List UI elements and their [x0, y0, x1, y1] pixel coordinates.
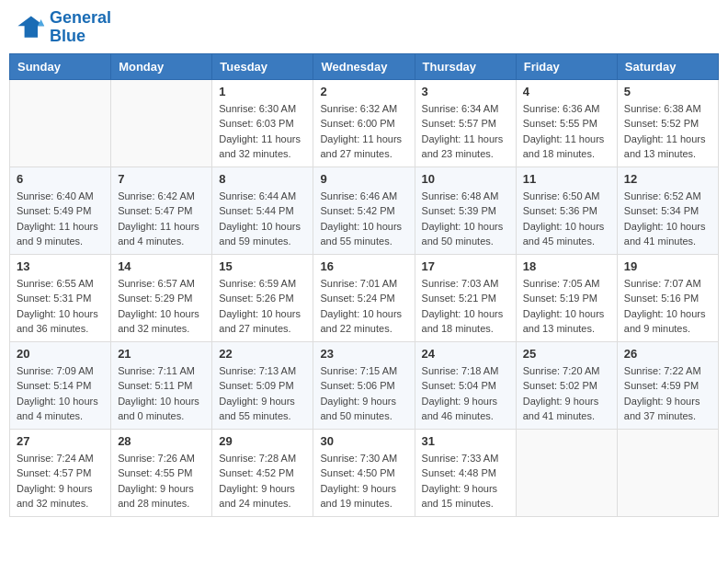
week-row-4: 20Sunrise: 7:09 AMSunset: 5:14 PMDayligh… — [10, 341, 719, 429]
weekday-header-tuesday: Tuesday — [212, 53, 313, 79]
calendar-cell: 22Sunrise: 7:13 AMSunset: 5:09 PMDayligh… — [212, 341, 313, 429]
calendar-cell: 4Sunrise: 6:36 AMSunset: 5:55 PMDaylight… — [516, 79, 617, 167]
day-number: 13 — [17, 259, 104, 273]
day-info: Sunrise: 7:03 AMSunset: 5:21 PMDaylight:… — [422, 276, 509, 337]
weekday-header-monday: Monday — [111, 53, 212, 79]
day-info: Sunrise: 7:33 AMSunset: 4:48 PMDaylight:… — [422, 451, 509, 511]
calendar-cell: 15Sunrise: 6:59 AMSunset: 5:26 PMDayligh… — [212, 254, 313, 341]
day-number: 17 — [422, 259, 509, 273]
calendar-cell: 6Sunrise: 6:40 AMSunset: 5:49 PMDaylight… — [10, 167, 111, 254]
day-number: 12 — [624, 172, 711, 186]
calendar-cell: 17Sunrise: 7:03 AMSunset: 5:21 PMDayligh… — [415, 254, 516, 341]
day-info: Sunrise: 7:28 AMSunset: 4:52 PMDaylight:… — [219, 451, 306, 511]
day-number: 18 — [523, 259, 610, 273]
day-number: 21 — [118, 347, 205, 361]
day-number: 27 — [17, 434, 104, 448]
day-number: 4 — [523, 85, 610, 98]
calendar-cell: 31Sunrise: 7:33 AMSunset: 4:48 PMDayligh… — [415, 429, 516, 516]
calendar-cell: 19Sunrise: 7:07 AMSunset: 5:16 PMDayligh… — [617, 254, 718, 341]
day-number: 29 — [219, 434, 306, 448]
weekday-header-friday: Friday — [516, 53, 617, 79]
day-number: 5 — [624, 85, 711, 98]
day-number: 24 — [422, 347, 509, 361]
day-info: Sunrise: 7:18 AMSunset: 5:04 PMDaylight:… — [422, 363, 509, 424]
logo-icon — [13, 11, 46, 44]
weekday-header-row: SundayMondayTuesdayWednesdayThursdayFrid… — [10, 53, 719, 79]
calendar-cell: 5Sunrise: 6:38 AMSunset: 5:52 PMDaylight… — [617, 79, 718, 167]
day-number: 9 — [320, 172, 407, 186]
day-info: Sunrise: 7:20 AMSunset: 5:02 PMDaylight:… — [523, 363, 610, 424]
day-number: 14 — [118, 259, 205, 273]
day-info: Sunrise: 7:15 AMSunset: 5:06 PMDaylight:… — [320, 363, 407, 424]
day-number: 8 — [219, 172, 306, 186]
day-info: Sunrise: 7:22 AMSunset: 4:59 PMDaylight:… — [624, 363, 711, 424]
day-number: 10 — [422, 172, 509, 186]
day-info: Sunrise: 7:09 AMSunset: 5:14 PMDaylight:… — [17, 363, 104, 424]
calendar-cell: 27Sunrise: 7:24 AMSunset: 4:57 PMDayligh… — [10, 429, 111, 516]
week-row-1: 1Sunrise: 6:30 AMSunset: 6:03 PMDaylight… — [10, 79, 719, 167]
day-number: 19 — [624, 259, 711, 273]
day-number: 22 — [219, 347, 306, 361]
day-info: Sunrise: 6:38 AMSunset: 5:52 PMDaylight:… — [624, 101, 711, 162]
day-info: Sunrise: 6:36 AMSunset: 5:55 PMDaylight:… — [523, 101, 610, 162]
calendar-cell — [516, 429, 617, 516]
day-info: Sunrise: 7:24 AMSunset: 4:57 PMDaylight:… — [17, 451, 104, 511]
day-number: 2 — [320, 85, 407, 98]
day-info: Sunrise: 7:30 AMSunset: 4:50 PMDaylight:… — [320, 451, 407, 511]
calendar-cell: 7Sunrise: 6:42 AMSunset: 5:47 PMDaylight… — [111, 167, 212, 254]
calendar-cell: 18Sunrise: 7:05 AMSunset: 5:19 PMDayligh… — [516, 254, 617, 341]
calendar-cell: 1Sunrise: 6:30 AMSunset: 6:03 PMDaylight… — [212, 79, 313, 167]
calendar-cell: 8Sunrise: 6:44 AMSunset: 5:44 PMDaylight… — [212, 167, 313, 254]
calendar-cell: 13Sunrise: 6:55 AMSunset: 5:31 PMDayligh… — [10, 254, 111, 341]
calendar-cell: 10Sunrise: 6:48 AMSunset: 5:39 PMDayligh… — [415, 167, 516, 254]
calendar-cell: 2Sunrise: 6:32 AMSunset: 6:00 PMDaylight… — [313, 79, 415, 167]
day-number: 6 — [17, 172, 104, 186]
calendar-cell: 20Sunrise: 7:09 AMSunset: 5:14 PMDayligh… — [10, 341, 111, 429]
day-number: 26 — [624, 347, 711, 361]
calendar-cell: 9Sunrise: 6:46 AMSunset: 5:42 PMDaylight… — [313, 167, 415, 254]
calendar-table: SundayMondayTuesdayWednesdayThursdayFrid… — [9, 53, 719, 517]
day-number: 1 — [219, 85, 306, 98]
svg-marker-0 — [17, 16, 44, 37]
day-info: Sunrise: 6:48 AMSunset: 5:39 PMDaylight:… — [422, 189, 509, 249]
day-info: Sunrise: 6:42 AMSunset: 5:47 PMDaylight:… — [118, 189, 205, 249]
day-number: 11 — [523, 172, 610, 186]
weekday-header-sunday: Sunday — [10, 53, 111, 79]
calendar-cell: 25Sunrise: 7:20 AMSunset: 5:02 PMDayligh… — [516, 341, 617, 429]
calendar-cell: 16Sunrise: 7:01 AMSunset: 5:24 PMDayligh… — [313, 254, 415, 341]
weekday-header-wednesday: Wednesday — [313, 53, 415, 79]
day-info: Sunrise: 6:57 AMSunset: 5:29 PMDaylight:… — [118, 276, 205, 337]
weekday-header-thursday: Thursday — [415, 53, 516, 79]
day-info: Sunrise: 6:59 AMSunset: 5:26 PMDaylight:… — [219, 276, 306, 337]
day-number: 28 — [118, 434, 205, 448]
logo-text: General Blue — [50, 9, 111, 46]
day-info: Sunrise: 7:01 AMSunset: 5:24 PMDaylight:… — [320, 276, 407, 337]
day-info: Sunrise: 6:46 AMSunset: 5:42 PMDaylight:… — [320, 189, 407, 249]
calendar-cell: 30Sunrise: 7:30 AMSunset: 4:50 PMDayligh… — [313, 429, 415, 516]
day-number: 30 — [320, 434, 407, 448]
day-info: Sunrise: 6:30 AMSunset: 6:03 PMDaylight:… — [219, 101, 306, 162]
calendar-cell — [10, 79, 111, 167]
page-header: General Blue — [9, 9, 719, 46]
day-info: Sunrise: 7:05 AMSunset: 5:19 PMDaylight:… — [523, 276, 610, 337]
day-number: 7 — [118, 172, 205, 186]
day-info: Sunrise: 6:55 AMSunset: 5:31 PMDaylight:… — [17, 276, 104, 337]
calendar-cell: 24Sunrise: 7:18 AMSunset: 5:04 PMDayligh… — [415, 341, 516, 429]
week-row-2: 6Sunrise: 6:40 AMSunset: 5:49 PMDaylight… — [10, 167, 719, 254]
day-number: 23 — [320, 347, 407, 361]
calendar-cell: 21Sunrise: 7:11 AMSunset: 5:11 PMDayligh… — [111, 341, 212, 429]
day-number: 3 — [422, 85, 509, 98]
calendar-cell: 29Sunrise: 7:28 AMSunset: 4:52 PMDayligh… — [212, 429, 313, 516]
day-info: Sunrise: 6:50 AMSunset: 5:36 PMDaylight:… — [523, 189, 610, 249]
calendar-cell: 23Sunrise: 7:15 AMSunset: 5:06 PMDayligh… — [313, 341, 415, 429]
calendar-cell: 3Sunrise: 6:34 AMSunset: 5:57 PMDaylight… — [415, 79, 516, 167]
day-info: Sunrise: 7:26 AMSunset: 4:55 PMDaylight:… — [118, 451, 205, 511]
day-info: Sunrise: 6:44 AMSunset: 5:44 PMDaylight:… — [219, 189, 306, 249]
calendar-cell: 28Sunrise: 7:26 AMSunset: 4:55 PMDayligh… — [111, 429, 212, 516]
day-info: Sunrise: 7:13 AMSunset: 5:09 PMDaylight:… — [219, 363, 306, 424]
day-info: Sunrise: 6:34 AMSunset: 5:57 PMDaylight:… — [422, 101, 509, 162]
calendar-cell — [111, 79, 212, 167]
day-info: Sunrise: 6:52 AMSunset: 5:34 PMDaylight:… — [624, 189, 711, 249]
calendar-cell: 26Sunrise: 7:22 AMSunset: 4:59 PMDayligh… — [617, 341, 718, 429]
day-info: Sunrise: 7:07 AMSunset: 5:16 PMDaylight:… — [624, 276, 711, 337]
